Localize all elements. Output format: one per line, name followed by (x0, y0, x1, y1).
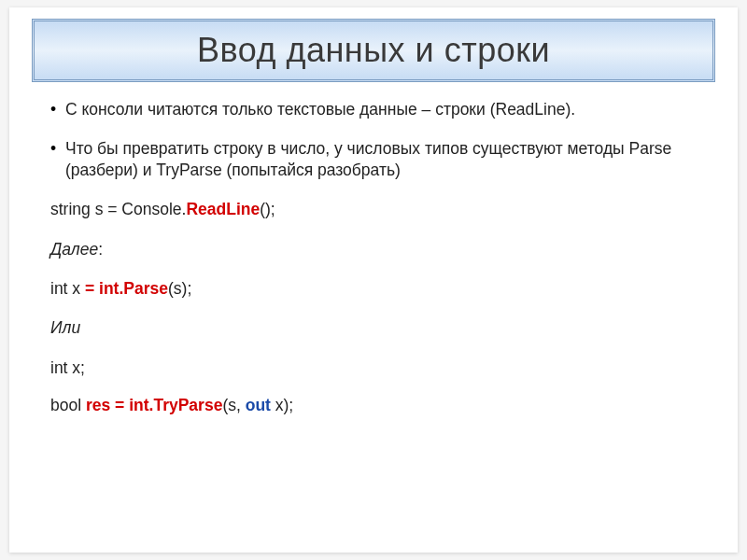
code-text: (); (260, 200, 275, 218)
code-text: string s = Console. (50, 200, 186, 218)
code-keyword: = int.TryParse (115, 396, 222, 414)
title-box: Ввод данных и строки (32, 19, 715, 82)
or-label: Или (50, 317, 697, 338)
label-text: Далее (50, 240, 98, 259)
slide: Ввод данных и строки С консоли читаются … (9, 7, 738, 553)
code-keyword: ReadLine (186, 200, 260, 218)
code-line-parse: int x = int.Parse(s); (50, 278, 697, 299)
colon: : (98, 240, 103, 259)
code-line-declare: int x; (50, 357, 697, 378)
code-line-readline: string s = Console.ReadLine(); (50, 199, 697, 219)
label-text: Или (50, 318, 80, 337)
slide-title: Ввод данных и строки (46, 31, 701, 70)
then-label: Далее: (50, 239, 697, 259)
code-var: res (86, 396, 115, 414)
slide-content: С консоли читаются только текстовые данн… (22, 95, 725, 416)
bullet-item: Что бы превратить строку в число, у числ… (50, 138, 697, 180)
code-text: (s, (222, 396, 245, 414)
code-text: bool (50, 396, 86, 414)
code-keyword: = int.Parse (85, 279, 168, 298)
code-keyword-out: out (246, 396, 275, 414)
code-text: int x (50, 279, 85, 298)
bullet-item: С консоли читаются только текстовые данн… (50, 99, 697, 119)
code-text: x); (275, 396, 293, 414)
code-text: (s); (168, 279, 191, 298)
code-line-tryparse: bool res = int.TryParse(s, out x); (50, 395, 697, 415)
